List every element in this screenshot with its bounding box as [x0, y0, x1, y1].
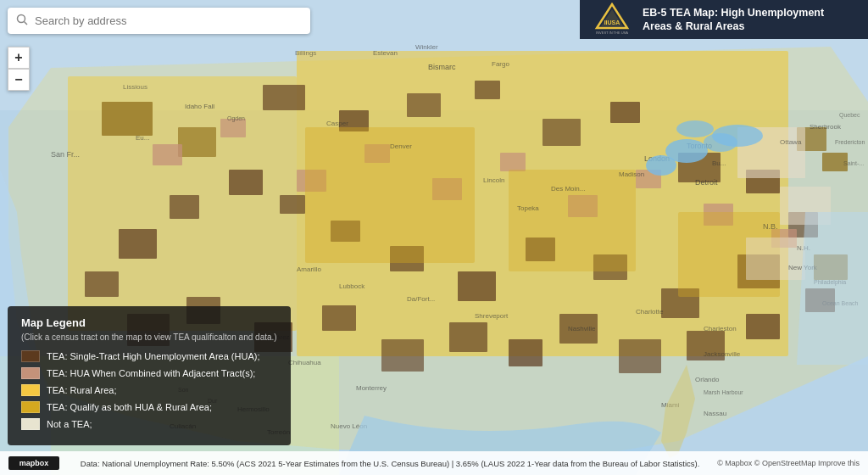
svg-rect-36 [619, 339, 661, 373]
footer-bar: mapbox Data: National Unemployment Rate:… [0, 451, 868, 475]
svg-rect-6 [178, 127, 216, 157]
svg-text:Saint-...: Saint-... [843, 160, 864, 166]
header-title: EB-5 TEA Map: High Unemployment Areas & … [643, 6, 854, 34]
svg-text:Ogden: Ogden [227, 115, 245, 122]
svg-rect-43 [153, 144, 182, 165]
svg-text:Shreveport: Shreveport [475, 312, 509, 320]
attribution: © Mapbox © OpenStreetMap Improve this [717, 459, 860, 467]
svg-text:Fredericton: Fredericton [835, 139, 865, 145]
svg-text:Charlotte: Charlotte [636, 308, 664, 316]
svg-rect-34 [509, 339, 542, 366]
svg-text:Charleston: Charleston [704, 325, 737, 332]
legend-swatch-hua [21, 350, 40, 362]
svg-rect-11 [542, 119, 581, 146]
svg-rect-26 [119, 229, 157, 259]
svg-text:Sherbrook: Sherbrook [810, 123, 842, 131]
svg-text:Bu...: Bu... [712, 159, 726, 167]
map-container[interactable]: Bismarc Fargo Estevan Winkler Billings I… [0, 0, 868, 475]
zoom-out-button[interactable]: − [8, 69, 30, 91]
legend-item-not-tea: Not a TEA; [21, 418, 277, 430]
legend-label-hua: TEA: Single-Tract High Unemployment Area… [47, 351, 259, 361]
svg-text:Marsh Harbour: Marsh Harbour [704, 389, 743, 395]
svg-text:Winkler: Winkler [415, 43, 438, 51]
svg-text:Lubbock: Lubbock [339, 282, 365, 290]
svg-point-116 [18, 15, 25, 23]
svg-text:Topeka: Topeka [517, 204, 539, 212]
svg-rect-33 [449, 322, 487, 352]
svg-rect-20 [458, 271, 496, 301]
svg-text:Monterrey: Monterrey [356, 384, 387, 392]
svg-line-117 [25, 22, 28, 25]
zoom-controls[interactable]: + − [8, 47, 30, 91]
legend-item-hua-adjacent: TEA: HUA When Combined with Adjacent Tra… [21, 367, 277, 379]
zoom-in-button[interactable]: + [8, 47, 30, 69]
legend-label-hua-adjacent: TEA: HUA When Combined with Adjacent Tra… [47, 368, 255, 378]
svg-text:Quebec: Quebec [839, 112, 860, 119]
svg-text:Da/Fort...: Da/Fort... [407, 295, 435, 303]
svg-rect-7 [263, 85, 305, 110]
mapbox-logo: mapbox [8, 456, 63, 470]
svg-rect-32 [381, 339, 424, 372]
svg-text:Fargo: Fargo [492, 60, 509, 68]
header-bar: IIUSA INVEST IN THE USA EB-5 TEA Map: Hi… [580, 0, 868, 39]
iiusa-logo: IIUSA INVEST IN THE USA [593, 3, 631, 36]
svg-text:Nashville: Nashville [568, 325, 596, 332]
legend-label-not-tea: Not a TEA; [47, 419, 92, 429]
svg-text:Detroit: Detroit [695, 178, 718, 187]
legend-swatch-rural [21, 384, 40, 396]
legend-swatch-hua-adjacent [21, 367, 40, 379]
svg-rect-9 [407, 93, 441, 117]
svg-text:Eu...: Eu... [136, 134, 149, 142]
legend-item-rural: TEA: Rural Area; [21, 384, 277, 396]
svg-rect-44 [220, 119, 246, 137]
svg-point-114 [712, 125, 763, 147]
svg-text:Des Moin...: Des Moin... [551, 185, 585, 193]
svg-text:Madison: Madison [619, 170, 644, 178]
svg-text:Ottawa: Ottawa [780, 138, 802, 146]
svg-text:Bismarc: Bismarc [428, 63, 456, 71]
legend-title: Map Legend [21, 316, 277, 329]
legend-item-hua: TEA: Single-Tract High Unemployment Area… [21, 350, 277, 362]
svg-text:INVEST IN THE USA: INVEST IN THE USA [596, 31, 628, 35]
map-legend: Map Legend (Click a census tract on the … [8, 306, 291, 445]
legend-label-rural: TEA: Rural Area; [47, 385, 117, 395]
search-input[interactable] [35, 14, 302, 27]
svg-rect-10 [475, 81, 500, 99]
svg-rect-23 [280, 195, 305, 214]
legend-items: TEA: Single-Tract High Unemployment Area… [21, 350, 277, 430]
svg-text:Chihuahua: Chihuahua [288, 359, 321, 366]
search-icon [16, 14, 28, 28]
svg-text:Nassau: Nassau [704, 410, 726, 417]
svg-rect-5 [102, 102, 153, 136]
legend-label-both: TEA: Qualify as both HUA & Rural Area; [47, 402, 212, 412]
svg-text:Amarillo: Amarillo [297, 265, 321, 273]
svg-text:Jacksonville: Jacksonville [704, 350, 741, 358]
mapbox-logo-icon: mapbox [8, 456, 59, 470]
svg-text:Billings: Billings [295, 49, 316, 57]
svg-rect-31 [322, 305, 356, 331]
svg-text:Lincoln: Lincoln [483, 176, 504, 184]
logo-wrap: IIUSA INVEST IN THE USA [593, 3, 631, 36]
legend-subtitle: (Click a census tract on the map to view… [21, 332, 277, 342]
data-note: Data: National Unemployment Rate: 5.50% … [81, 459, 699, 468]
legend-item-both: TEA: Qualify as both HUA & Rural Area; [21, 401, 277, 413]
svg-text:Casper: Casper [326, 120, 348, 127]
svg-rect-25 [170, 195, 199, 219]
svg-text:Idaho Fall: Idaho Fall [185, 103, 214, 110]
svg-text:San Fr...: San Fr... [51, 150, 80, 159]
svg-point-112 [665, 139, 708, 163]
legend-swatch-not-tea [21, 418, 40, 430]
svg-rect-12 [610, 102, 640, 123]
legend-swatch-both [21, 401, 40, 413]
svg-rect-24 [229, 170, 263, 195]
svg-point-115 [676, 120, 714, 137]
svg-rect-27 [85, 271, 119, 297]
svg-text:IIUSA: IIUSA [604, 20, 620, 25]
svg-text:Denver: Denver [390, 142, 412, 150]
svg-text:Lissious: Lissious [123, 83, 147, 91]
svg-text:Orlando: Orlando [695, 376, 720, 383]
svg-text:N.B.: N.B. [763, 222, 778, 231]
svg-rect-38 [746, 314, 780, 339]
svg-rect-48 [500, 153, 526, 171]
search-bar[interactable] [8, 8, 310, 34]
